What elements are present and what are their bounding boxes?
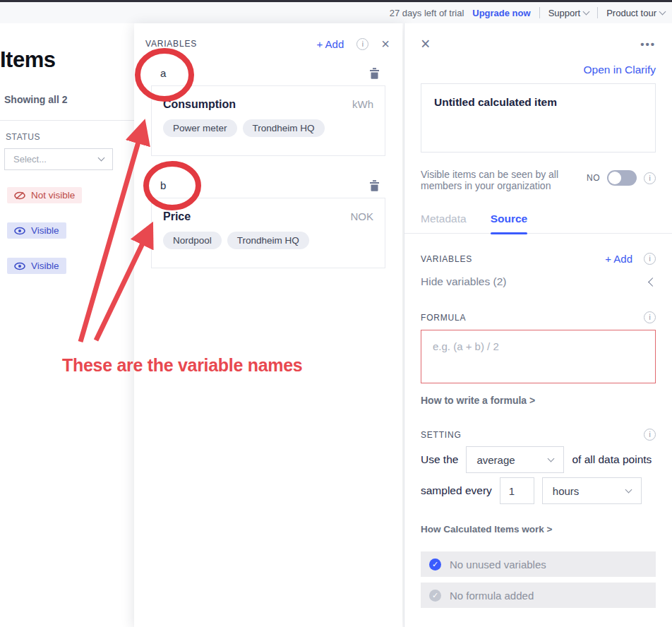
variable-row-a: a xyxy=(134,67,402,79)
status-badge-visible[interactable]: Visible xyxy=(7,222,66,239)
formula-label: FORMULA xyxy=(421,313,466,323)
close-icon[interactable]: × xyxy=(421,36,430,52)
close-icon[interactable]: × xyxy=(381,37,390,51)
item-unit: NOK xyxy=(350,210,373,222)
item-tag: Power meter xyxy=(163,119,237,137)
variables-section-header: VARIABLES + Add i xyxy=(421,253,656,265)
aggregation-value: average xyxy=(476,454,515,466)
check-icon: ✓ xyxy=(429,559,441,571)
item-name-value: Untitled calculated item xyxy=(434,96,557,108)
status-select[interactable]: Select... xyxy=(4,148,113,170)
more-options-icon[interactable]: ••• xyxy=(640,38,656,50)
info-icon[interactable]: i xyxy=(644,172,656,184)
visibility-row: Visible items can be seen by all members… xyxy=(421,169,656,191)
info-icon[interactable]: i xyxy=(356,38,368,50)
validation-label: No unused variables xyxy=(450,559,546,571)
chevron-left-icon[interactable] xyxy=(648,277,657,287)
setting-section-header: SETTING i xyxy=(421,429,656,441)
detail-panel-header: × ••• xyxy=(421,23,656,52)
setting-label: SETTING xyxy=(421,430,462,440)
chevron-down-icon xyxy=(98,155,105,162)
status-badge-label: Visible xyxy=(31,225,59,236)
item-title: Consumption xyxy=(163,98,236,111)
page: 27 days left of trial Upgrade now Suppor… xyxy=(0,0,672,627)
sampled-every-text: sampled every xyxy=(421,484,492,497)
trash-icon[interactable] xyxy=(369,67,380,79)
topbar-divider xyxy=(539,7,540,18)
item-title: Price xyxy=(163,210,191,223)
formula-input[interactable] xyxy=(421,330,656,383)
variables-header-label: VARIABLES xyxy=(145,39,197,49)
sample-unit-value: hours xyxy=(553,485,580,497)
support-menu-label: Support xyxy=(548,8,581,18)
topbar: 27 days left of trial Upgrade now Suppor… xyxy=(0,0,672,23)
status-badge-visible[interactable]: Visible xyxy=(7,258,66,274)
eye-icon xyxy=(14,262,25,270)
status-badge-label: Not visible xyxy=(31,190,75,201)
page-title: Items xyxy=(0,47,134,73)
validation-row-unused-variables: ✓ No unused variables xyxy=(421,551,656,577)
variable-card-top: Consumption kWh xyxy=(163,98,373,111)
chevron-down-icon xyxy=(659,8,666,15)
item-tag: Trondheim HQ xyxy=(227,232,309,249)
item-name-input[interactable]: Untitled calculated item xyxy=(421,83,656,153)
formula-help-link[interactable]: How to write a formula > xyxy=(421,395,656,406)
tab-source[interactable]: Source xyxy=(491,213,528,233)
trash-icon[interactable] xyxy=(369,179,380,191)
sample-unit-select[interactable]: hours xyxy=(542,477,642,504)
showing-count: Showing all 2 xyxy=(4,94,134,105)
add-variable-button[interactable]: + Add xyxy=(317,38,344,50)
aggregation-row: Use the average of all data points xyxy=(421,446,656,473)
variables-section-label: VARIABLES xyxy=(421,254,472,264)
visibility-controls: NO i xyxy=(587,170,656,186)
check-icon: ✓ xyxy=(429,590,441,602)
formula-section-header: FORMULA i xyxy=(421,311,656,323)
product-tour-menu[interactable]: Product tour xyxy=(606,8,665,18)
tab-metadata[interactable]: Metadata xyxy=(421,213,467,233)
item-tag: Nordpool xyxy=(163,232,222,249)
item-tag: Trondheim HQ xyxy=(243,119,325,137)
add-variable-button[interactable]: + Add xyxy=(605,253,632,265)
variable-card[interactable]: Consumption kWh Power meter Trondheim HQ xyxy=(151,85,385,156)
visibility-toggle[interactable] xyxy=(607,170,637,186)
aggregation-select[interactable]: average xyxy=(466,446,564,473)
info-icon[interactable]: i xyxy=(644,311,656,323)
topbar-divider xyxy=(597,7,598,18)
upgrade-now-link[interactable]: Upgrade now xyxy=(472,8,530,18)
validation-label: No formula added xyxy=(450,590,534,602)
how-calculated-items-link[interactable]: How Calculated Items work > xyxy=(421,524,656,535)
variable-card-top: Price NOK xyxy=(163,210,373,223)
use-the-text: Use the xyxy=(421,453,458,466)
tag-row: Power meter Trondheim HQ xyxy=(163,119,373,137)
item-unit: kWh xyxy=(352,98,373,110)
items-list-panel: Items Showing all 2 STATUS Select... Not… xyxy=(0,23,134,627)
open-in-clarify-link[interactable]: Open in Clarify xyxy=(421,64,656,76)
sample-value-input[interactable] xyxy=(500,477,534,504)
divider xyxy=(0,120,134,121)
info-icon[interactable]: i xyxy=(644,253,656,265)
variable-name[interactable]: b xyxy=(160,179,166,191)
chevron-down-icon xyxy=(583,8,590,15)
variables-panel-header: VARIABLES + Add i × xyxy=(134,23,402,51)
variable-name[interactable]: a xyxy=(160,67,166,79)
info-icon[interactable]: i xyxy=(644,429,656,441)
validation-row-formula-added: ✓ No formula added xyxy=(421,583,656,608)
variable-card[interactable]: Price NOK Nordpool Trondheim HQ xyxy=(151,198,385,268)
toggle-knob xyxy=(608,172,621,184)
status-select-placeholder: Select... xyxy=(13,154,47,165)
hide-variables-row: Hide variables (2) xyxy=(421,275,656,288)
chevron-down-icon xyxy=(548,455,555,462)
status-badge-not-visible[interactable]: Not visible xyxy=(7,187,82,203)
support-menu[interactable]: Support xyxy=(548,8,589,18)
eye-off-icon xyxy=(14,191,25,200)
chevron-down-icon xyxy=(625,486,632,493)
hide-variables-link[interactable]: Hide variables (2) xyxy=(421,275,506,288)
detail-tabs: Metadata Source xyxy=(404,213,672,234)
variables-panel: VARIABLES + Add i × a Consumption kWh Po… xyxy=(134,23,402,627)
product-tour-label: Product tour xyxy=(606,8,656,18)
visibility-description: Visible items can be seen by all members… xyxy=(421,169,582,191)
status-badge-label: Visible xyxy=(31,261,59,271)
toggle-state-label: NO xyxy=(587,173,600,183)
variable-row-b: b xyxy=(134,179,402,191)
sample-rate-row: sampled every hours xyxy=(421,477,656,504)
